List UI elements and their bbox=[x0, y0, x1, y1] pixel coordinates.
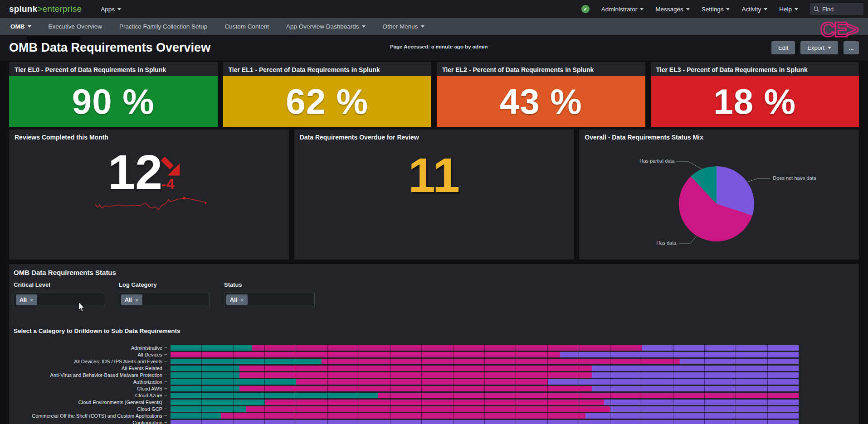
bar-segment-has-data[interactable] bbox=[239, 372, 591, 378]
bar-segment-has-partial-data[interactable] bbox=[171, 393, 378, 398]
filter-label: Status bbox=[224, 281, 329, 288]
bar-segment-has-data[interactable] bbox=[378, 393, 799, 398]
bar-segment-does-not-have-data[interactable] bbox=[592, 386, 799, 391]
bar-segment-has-data[interactable] bbox=[265, 400, 604, 405]
stacked-bar[interactable] bbox=[171, 366, 799, 371]
bar-row[interactable]: Cloud Environments (General Events) bbox=[14, 399, 854, 405]
nav-tab-executive-overview[interactable]: Executive Overview bbox=[49, 23, 102, 30]
critical-level-multiselect[interactable]: All × bbox=[14, 293, 104, 307]
kpi-tile-el0[interactable]: 90 % bbox=[9, 76, 218, 127]
bar-row[interactable]: Cloud GCP bbox=[14, 405, 854, 412]
log-category-multiselect[interactable]: All × bbox=[119, 293, 210, 307]
export-button[interactable]: Export bbox=[800, 41, 838, 54]
more-actions-button[interactable]: ... bbox=[844, 41, 859, 54]
bar-segment-has-partial-data[interactable] bbox=[171, 406, 246, 412]
stacked-bar[interactable] bbox=[171, 372, 799, 378]
stacked-bar[interactable] bbox=[171, 352, 799, 357]
axis-tick-icon bbox=[164, 402, 167, 402]
bar-segment-has-data[interactable] bbox=[322, 359, 680, 364]
drilldown-bar-chart: AdministrativeAll DevicesAll Devices: ID… bbox=[14, 344, 854, 424]
nav-tab-other-menus[interactable]: Other Menus bbox=[383, 23, 424, 30]
bar-row[interactable]: Commercial Off the Shelf (COTS) and Cust… bbox=[14, 412, 854, 419]
stacked-bar[interactable] bbox=[171, 393, 799, 398]
bar-segment-has-partial-data[interactable] bbox=[171, 400, 265, 405]
top-bar: splunk>enterprise Apps ✓ Administrator M… bbox=[0, 0, 868, 18]
chevron-down-icon bbox=[640, 8, 644, 10]
bar-row[interactable]: All Devices: IDS / IPS Alerts and Events bbox=[14, 358, 854, 365]
bar-segment-has-data[interactable] bbox=[221, 413, 585, 419]
bar-segment-does-not-have-data[interactable] bbox=[592, 366, 799, 371]
filter-tag[interactable]: All × bbox=[16, 294, 37, 305]
bar-segment-has-data[interactable] bbox=[171, 352, 560, 357]
settings-menu[interactable]: Settings bbox=[702, 6, 730, 13]
trend-down-arrow-icon bbox=[160, 156, 182, 178]
bar-segment-does-not-have-data[interactable] bbox=[560, 352, 799, 357]
filter-tag[interactable]: All × bbox=[226, 294, 248, 305]
nav-tab-app-overview-dashboards[interactable]: App Overview Dashboards bbox=[286, 23, 366, 30]
filter-tag[interactable]: All × bbox=[121, 294, 142, 305]
remove-tag-icon[interactable]: × bbox=[30, 297, 34, 304]
remove-tag-icon[interactable]: × bbox=[240, 297, 244, 304]
bar-row[interactable]: Authorization bbox=[14, 378, 854, 385]
stacked-bar[interactable] bbox=[171, 379, 799, 385]
bar-segment-has-partial-data[interactable] bbox=[171, 366, 239, 371]
axis-tick-icon bbox=[164, 415, 167, 416]
bar-row[interactable]: Cloud Azure bbox=[14, 392, 854, 399]
bar-segment-has-partial-data[interactable] bbox=[171, 372, 239, 378]
stacked-bar[interactable] bbox=[171, 420, 799, 424]
bar-segment-has-partial-data[interactable] bbox=[171, 359, 322, 364]
bar-segment-has-data[interactable] bbox=[239, 366, 591, 371]
nav-tab-omb[interactable]: OMB bbox=[10, 23, 31, 30]
messages-menu[interactable]: Messages bbox=[655, 6, 690, 13]
search-icon bbox=[814, 6, 819, 12]
find-input[interactable] bbox=[822, 6, 858, 13]
nav-tab-custom-content[interactable]: Custom Content bbox=[224, 23, 269, 30]
health-check-icon[interactable]: ✓ bbox=[581, 5, 590, 13]
bar-segment-does-not-have-data[interactable] bbox=[610, 406, 799, 412]
bar-row[interactable]: Configuration bbox=[14, 419, 854, 424]
bar-segment-does-not-have-data[interactable] bbox=[171, 420, 799, 424]
bar-segment-does-not-have-data[interactable] bbox=[585, 413, 799, 419]
kpi-tile-el1[interactable]: 62 % bbox=[223, 76, 432, 127]
bar-segment-does-not-have-data[interactable] bbox=[604, 400, 799, 405]
bar-segment-does-not-have-data[interactable] bbox=[680, 359, 799, 364]
administrator-menu[interactable]: Administrator bbox=[601, 6, 644, 13]
bar-segment-has-partial-data[interactable] bbox=[171, 379, 296, 385]
stacked-bar[interactable] bbox=[171, 386, 799, 391]
activity-menu[interactable]: Activity bbox=[741, 6, 767, 13]
remove-tag-icon[interactable]: × bbox=[135, 297, 139, 304]
bar-segment-has-data[interactable] bbox=[296, 379, 547, 385]
reviews-completed-value: 12 bbox=[108, 148, 162, 197]
bar-segment-has-data[interactable] bbox=[252, 345, 642, 351]
bar-segment-has-partial-data[interactable] bbox=[171, 413, 221, 419]
splunk-logo[interactable]: splunk>enterprise bbox=[9, 4, 82, 14]
bar-row[interactable]: Anti-Virus and Behavior-Based Malware Pr… bbox=[14, 371, 854, 378]
bar-row[interactable]: All Events Related bbox=[14, 365, 854, 371]
help-menu[interactable]: Help bbox=[779, 6, 798, 13]
bar-segment-does-not-have-data[interactable] bbox=[592, 372, 799, 378]
edit-button[interactable]: Edit bbox=[771, 41, 795, 54]
bar-segment-has-partial-data[interactable] bbox=[171, 345, 252, 351]
stacked-bar[interactable] bbox=[171, 406, 799, 412]
stacked-bar[interactable] bbox=[171, 400, 799, 405]
kpi-tile-el3[interactable]: 18 % bbox=[651, 76, 859, 127]
drilldown-chart-title: Select a Category to Drilldown to Sub Da… bbox=[14, 328, 180, 334]
bar-segment-does-not-have-data[interactable] bbox=[642, 345, 799, 351]
kpi-value: 62 % bbox=[286, 81, 368, 122]
more-actions-label: ... bbox=[849, 44, 854, 51]
bar-segment-does-not-have-data[interactable] bbox=[548, 379, 799, 385]
nav-tab-practice-family-collection-setup[interactable]: Practice Family Collection Setup bbox=[119, 23, 207, 30]
apps-menu[interactable]: Apps bbox=[101, 6, 121, 13]
bar-row[interactable]: Cloud AWS bbox=[14, 385, 854, 392]
bar-row[interactable]: All Devices bbox=[14, 351, 854, 358]
kpi-tile-el2[interactable]: 43 % bbox=[437, 76, 645, 127]
bar-segment-has-data[interactable] bbox=[246, 406, 610, 412]
bar-segment-has-partial-data[interactable] bbox=[171, 386, 239, 391]
stacked-bar[interactable] bbox=[171, 359, 799, 364]
find-search-box[interactable] bbox=[810, 3, 863, 15]
bar-row[interactable]: Administrative bbox=[14, 344, 854, 351]
bar-segment-has-data[interactable] bbox=[239, 386, 591, 391]
stacked-bar[interactable] bbox=[171, 413, 799, 419]
stacked-bar[interactable] bbox=[171, 345, 799, 351]
status-multiselect[interactable]: All × bbox=[224, 293, 315, 307]
